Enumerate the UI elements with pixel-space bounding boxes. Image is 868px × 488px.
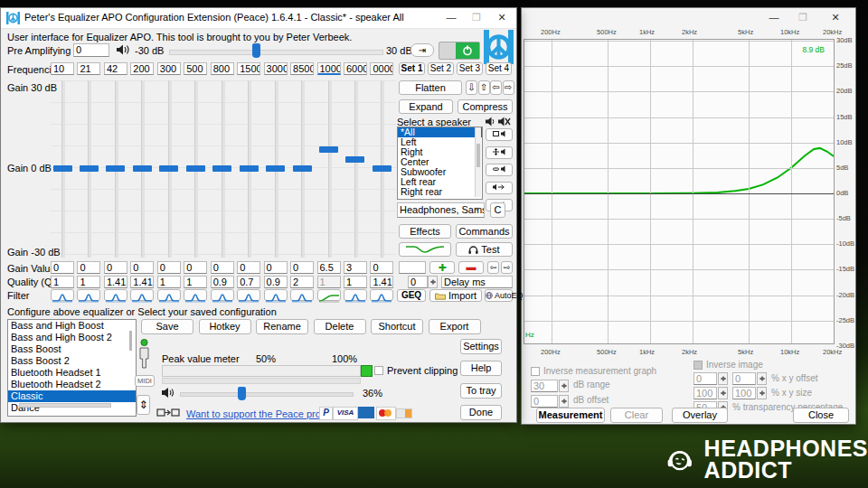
delay-input[interactable]: 0 xyxy=(408,276,428,288)
expand-button[interactable]: Expand xyxy=(399,99,453,114)
midi-button[interactable]: MIDI xyxy=(135,375,155,387)
quality-input-11[interactable]: 1 xyxy=(344,276,367,288)
preamp-slider-thumb[interactable] xyxy=(252,43,260,58)
set-button-1[interactable]: Set 1 xyxy=(399,62,425,75)
eq-slider-handle-5[interactable] xyxy=(186,165,205,172)
action-save-button[interactable]: Save xyxy=(141,319,193,334)
filter-button-4-peak[interactable] xyxy=(157,289,181,301)
person-icon[interactable] xyxy=(138,339,150,370)
flatten-button[interactable]: Flatten xyxy=(399,80,462,95)
spectrum-wave-button[interactable] xyxy=(399,242,451,257)
quality-input-6[interactable]: 0.9 xyxy=(211,276,234,288)
y-size-spinner[interactable] xyxy=(757,387,767,399)
speaker-move-button[interactable] xyxy=(486,146,513,159)
shift-left-button[interactable]: ⇦ xyxy=(487,261,499,274)
y-size-input[interactable]: 100 xyxy=(732,387,756,399)
quality-input-3[interactable]: 1.41 xyxy=(130,276,154,288)
gain-value-input-1[interactable]: 0 xyxy=(77,261,100,274)
volume-slider-thumb[interactable] xyxy=(238,387,246,400)
test-button[interactable]: Test xyxy=(456,242,513,257)
speaker-on-icon[interactable] xyxy=(486,117,496,127)
graph-minimize-button[interactable]: — xyxy=(761,8,787,27)
add-band-button[interactable]: ✚ xyxy=(429,261,455,274)
graph-close-button[interactable]: ✕ xyxy=(823,8,848,27)
frequency-input-10[interactable]: 1000 xyxy=(317,62,341,75)
preset-item-bass-and-high-boost[interactable]: Bass and High Boost xyxy=(8,320,136,332)
gain-value-input-6[interactable]: 0 xyxy=(211,261,234,274)
graph-close-button[interactable]: Close xyxy=(793,408,849,423)
set-button-3[interactable]: Set 3 xyxy=(457,62,483,75)
frequency-input-7[interactable]: 1500 xyxy=(237,62,260,75)
filter-button-2-peak[interactable] xyxy=(104,289,127,301)
nudge-arrow-2[interactable]: ⇦ xyxy=(490,80,502,95)
quality-input-1[interactable]: 1 xyxy=(77,276,100,288)
graph-measurement-button[interactable]: Measurement xyxy=(536,408,605,423)
eq-slider-handle-6[interactable] xyxy=(212,165,231,172)
frequency-input-9[interactable]: 8500 xyxy=(290,62,314,75)
speaker-balance-button[interactable] xyxy=(486,128,513,141)
speaker-listbox[interactable]: *AllLeftRightCenterSubwooferLeft rearRig… xyxy=(397,127,483,200)
y-offset-spinner[interactable] xyxy=(757,372,767,385)
eq-slider-handle-0[interactable] xyxy=(53,165,72,172)
gain-value-input-5[interactable]: 0 xyxy=(184,261,207,274)
gain-value-input-2[interactable]: 0 xyxy=(104,261,127,274)
shift-right-button[interactable]: ⇨ xyxy=(501,261,513,274)
set-button-2[interactable]: Set 2 xyxy=(428,62,454,75)
preset-item-bass-boost-2[interactable]: Bass Boost 2 xyxy=(8,355,136,367)
quality-input-7[interactable]: 0.7 xyxy=(237,276,260,288)
side-to-tray-button[interactable]: To tray xyxy=(460,383,502,399)
frequency-input-8[interactable]: 3000 xyxy=(264,62,288,75)
filter-button-1-peak[interactable] xyxy=(77,289,100,301)
inverse-measurement-checkbox[interactable] xyxy=(531,367,540,376)
frequency-input-1[interactable]: 21 xyxy=(77,62,100,75)
quality-input-4[interactable]: 1 xyxy=(157,276,181,288)
filter-button-8-peak[interactable] xyxy=(264,289,288,301)
peace-minimize-button[interactable]: — xyxy=(439,8,464,27)
link-device-icon[interactable] xyxy=(156,407,180,418)
x-offset-spinner[interactable] xyxy=(718,372,728,385)
frequency-input-3[interactable]: 200 xyxy=(130,62,154,75)
quality-input-12[interactable]: 1.41 xyxy=(370,276,393,288)
gain-value-input-0[interactable]: 0 xyxy=(51,261,74,274)
action-rename-button[interactable]: Rename xyxy=(256,319,308,334)
graph-overlay-button[interactable]: Overlay xyxy=(672,408,728,423)
preset-item-bass-and-high-boost-2[interactable]: Bass and High Boost 2 xyxy=(8,332,136,343)
gain-value-input-10[interactable]: 6.5 xyxy=(317,261,341,274)
frequency-input-5[interactable]: 500 xyxy=(184,62,207,75)
quality-input-10[interactable]: 1 xyxy=(317,276,341,288)
nudge-arrow-1[interactable]: ⇧ xyxy=(478,80,490,95)
speaker-route-button[interactable] xyxy=(486,182,513,194)
db-offset-spinner[interactable] xyxy=(559,395,569,408)
quality-input-9[interactable]: 2 xyxy=(290,276,314,288)
filter-button-11-peak[interactable] xyxy=(344,289,367,301)
geq-button[interactable]: GEQ xyxy=(397,289,426,302)
autoeq-button[interactable]: AutoEQ xyxy=(485,289,513,302)
y-offset-input[interactable]: 0 xyxy=(732,372,756,385)
quality-input-2[interactable]: 1.41 xyxy=(104,276,127,288)
speaker-minus-button[interactable] xyxy=(486,164,513,176)
eq-slider-handle-9[interactable] xyxy=(293,165,312,172)
filter-button-10-shelf[interactable] xyxy=(317,289,341,301)
gain-value-input-9[interactable]: 0 xyxy=(290,261,314,274)
frequency-input-12[interactable]: 0000 xyxy=(370,62,393,75)
nudge-arrow-0[interactable]: ⇩ xyxy=(466,80,477,95)
preamp-slider-track[interactable] xyxy=(169,50,383,55)
prevent-clipping-checkbox[interactable] xyxy=(374,366,383,375)
quality-input-0[interactable]: 1 xyxy=(51,276,74,288)
eq-slider-handle-3[interactable] xyxy=(133,165,152,172)
db-offset-input[interactable]: 0 xyxy=(531,395,558,408)
frequency-input-6[interactable]: 800 xyxy=(211,62,234,75)
side-settings-button[interactable]: Settings xyxy=(460,339,502,354)
db-range-spinner[interactable] xyxy=(559,380,569,392)
filter-button-12-peak[interactable] xyxy=(370,289,393,301)
x-offset-input[interactable]: 0 xyxy=(693,372,717,385)
import-button[interactable]: Import xyxy=(429,289,482,302)
action-hotkey-button[interactable]: Hotkey xyxy=(199,319,251,334)
delay-spinner[interactable] xyxy=(428,276,438,288)
side-done-button[interactable]: Done xyxy=(460,405,502,420)
gain-value-input-11[interactable]: 3 xyxy=(344,261,367,274)
peace-close-button[interactable]: ✕ xyxy=(489,8,514,27)
remove-band-button[interactable]: ▬ xyxy=(458,261,484,274)
gain-value-input-3[interactable]: 0 xyxy=(130,261,154,274)
preset-item-bluetooth-headset-2[interactable]: Bluetooth Headset 2 xyxy=(8,379,136,390)
